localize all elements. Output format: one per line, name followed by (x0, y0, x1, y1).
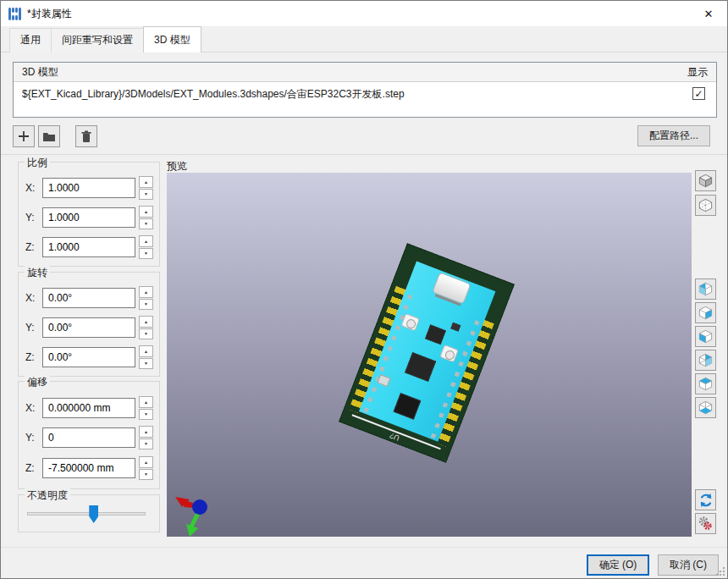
spin-down-icon: ▼ (139, 299, 153, 311)
tab-clearance-overrides[interactable]: 间距重写和设置 (51, 28, 144, 52)
scale-y-input[interactable] (42, 207, 135, 228)
browse-folder-button[interactable] (38, 125, 60, 147)
section-divider (1, 154, 727, 155)
footer-divider (1, 547, 727, 548)
rotation-y-input[interactable] (42, 317, 135, 338)
close-button[interactable]: ✕ (690, 1, 727, 26)
offset-z-input[interactable] (42, 458, 135, 478)
view-front-button[interactable] (695, 350, 716, 371)
rotation-z-spinner[interactable]: ▲▼ (139, 345, 153, 369)
spin-up-icon: ▲ (139, 176, 153, 188)
cancel-button[interactable]: 取消 (C) (658, 554, 719, 576)
scale-group-title: 比例 (25, 156, 50, 170)
offset-z-label: Z: (25, 462, 42, 474)
view-right-button[interactable] (695, 302, 716, 323)
spin-down-icon: ▼ (139, 438, 153, 450)
view-top-button[interactable] (695, 373, 716, 394)
spin-down-icon: ▼ (139, 358, 153, 370)
view-back-button[interactable] (695, 278, 716, 300)
show-model-checkbox[interactable]: ✓ (692, 87, 705, 100)
scale-z-label: Z: (25, 241, 42, 253)
rotation-x-input[interactable] (42, 288, 135, 308)
view-top-icon (698, 376, 714, 392)
tab-bar: 通用 间距重写和设置 3D 模型 (9, 30, 201, 52)
tab-general[interactable]: 通用 (9, 28, 52, 52)
spin-down-icon: ▼ (139, 409, 153, 421)
scale-x-spinner[interactable]: ▲▼ (139, 176, 153, 200)
spin-down-icon: ▼ (139, 248, 153, 260)
rotation-z-input[interactable] (42, 347, 135, 367)
scale-x-input[interactable] (42, 178, 135, 198)
scale-y-spinner[interactable]: ▲▼ (139, 206, 153, 229)
opacity-group-title: 不透明度 (25, 488, 70, 503)
title-bar[interactable]: *封装属性 (1, 1, 727, 26)
configure-paths-button[interactable]: 配置路径... (637, 125, 710, 146)
ok-button[interactable]: 确定 (O) (587, 554, 649, 576)
render-settings-button[interactable] (695, 513, 716, 534)
footprint-properties-dialog: *封装属性 ✕ 通用 间距重写和设置 3D 模型 3D 模型 显示 ${EXT_… (0, 0, 728, 579)
cube-wireframe-icon (698, 197, 714, 213)
refresh-icon (698, 493, 714, 508)
view-back-icon (698, 281, 714, 297)
spin-down-icon: ▼ (139, 469, 153, 481)
offset-x-spinner[interactable]: ▲▼ (139, 396, 153, 420)
view-left-icon (698, 328, 714, 345)
reload-model-button[interactable] (695, 489, 716, 510)
rotation-y-spinner[interactable]: ▲▼ (139, 316, 153, 339)
spin-up-icon: ▲ (139, 206, 153, 218)
pushbutton-right (439, 345, 459, 362)
axis-origin-indicator (171, 484, 222, 537)
offset-x-input[interactable] (42, 398, 135, 418)
offset-y-label: Y: (25, 432, 42, 444)
spin-up-icon: ▲ (139, 456, 153, 468)
view-bottom-icon (698, 400, 714, 416)
scale-z-spinner[interactable]: ▲▼ (139, 235, 153, 259)
pushbutton-left (400, 313, 420, 331)
model-table: 3D 模型 显示 ${EXT_Kicad_Library}/3DModels/E… (13, 62, 717, 118)
rotation-x-spinner[interactable]: ▲▼ (139, 286, 153, 310)
plus-icon (18, 130, 30, 142)
render-solid-button[interactable] (695, 170, 716, 191)
spin-down-icon: ▼ (139, 218, 153, 230)
resize-grip[interactable] (715, 566, 725, 576)
model-table-row[interactable]: ${EXT_Kicad_Library}/3DModels/EXT_Module… (14, 83, 716, 105)
offset-y-input[interactable] (42, 427, 135, 448)
trash-icon (80, 130, 92, 143)
view-bottom-button[interactable] (695, 397, 716, 418)
offset-x-label: X: (25, 402, 42, 414)
spin-up-icon: ▲ (139, 426, 153, 438)
rotation-group: 旋转 X: ▲▼ Y: ▲▼ Z: ▲▼ (18, 272, 160, 377)
offset-group-title: 偏移 (25, 375, 50, 389)
gears-settings-icon (698, 516, 714, 532)
scale-x-label: X: (25, 182, 42, 194)
opacity-slider[interactable] (27, 512, 146, 516)
tab-3d-models[interactable]: 3D 模型 (143, 26, 201, 52)
esp32-chip (405, 352, 436, 382)
offset-z-spinner[interactable]: ▲▼ (139, 456, 153, 480)
spin-up-icon: ▲ (139, 286, 153, 298)
spin-down-icon: ▼ (139, 189, 153, 201)
view-left-button[interactable] (695, 326, 716, 347)
column-header-show: 显示 (687, 65, 708, 80)
flash-chip (393, 393, 421, 420)
opacity-slider-thumb[interactable] (89, 505, 98, 523)
delete-model-button[interactable] (75, 125, 97, 147)
preview-label: 预览 (167, 159, 187, 174)
offset-group: 偏移 X: ▲▼ Y: ▲▼ Z: ▲▼ (18, 381, 160, 489)
folder-icon (42, 131, 56, 142)
view-right-icon (698, 305, 714, 321)
scale-y-label: Y: (25, 212, 42, 223)
preview-3d-viewport[interactable]: U? (167, 173, 692, 537)
spin-down-icon: ▼ (139, 328, 153, 340)
spin-up-icon: ▲ (139, 345, 153, 357)
view-front-icon (698, 352, 714, 368)
offset-y-spinner[interactable]: ▲▼ (139, 426, 153, 449)
add-model-button[interactable] (13, 125, 35, 147)
scale-z-input[interactable] (42, 237, 135, 257)
opacity-group: 不透明度 (18, 494, 160, 532)
model-table-header: 3D 模型 显示 (14, 63, 716, 82)
model-path-cell[interactable]: ${EXT_Kicad_Library}/3DModels/EXT_Module… (22, 87, 405, 102)
render-transparent-button[interactable] (695, 195, 716, 216)
ic-chip-small (425, 324, 446, 345)
spin-up-icon: ▲ (139, 396, 153, 408)
